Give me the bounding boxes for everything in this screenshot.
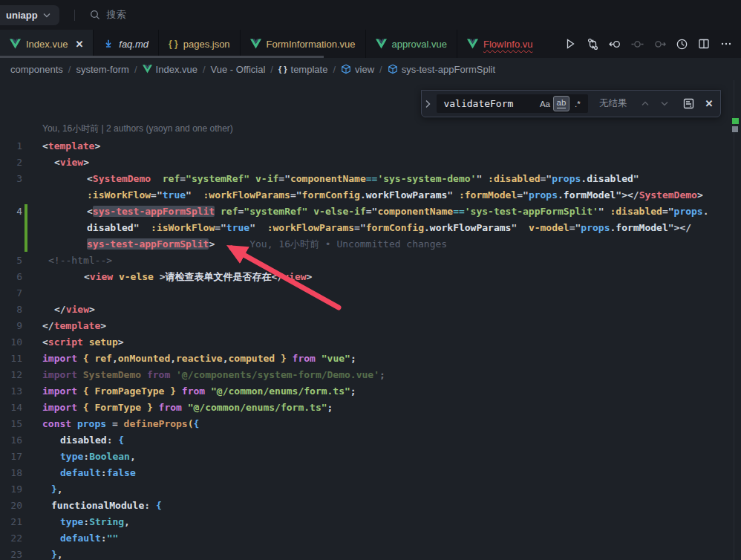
line-number: 22: [0, 530, 22, 547]
find-in-selection-icon[interactable]: [680, 96, 696, 111]
back-circle-icon[interactable]: [606, 35, 624, 53]
find-previous-icon[interactable]: [637, 96, 653, 111]
breadcrumb-components[interactable]: components: [10, 64, 63, 75]
tab-label: pages.json: [183, 39, 230, 50]
gutter[interactable]: 3: [0, 171, 42, 204]
code-line-18[interactable]: 18default:false: [0, 465, 741, 481]
tab-faq-md[interactable]: faq.md: [94, 30, 159, 58]
code-line-17[interactable]: 17type:Boolean,: [0, 449, 741, 465]
tab-flowinfo-vue[interactable]: FlowInfo.vu: [457, 30, 539, 58]
code-token: from: [182, 385, 205, 397]
find-input[interactable]: validateForm Aa ab .*: [437, 94, 588, 113]
line-number: 14: [0, 400, 22, 416]
gutter[interactable]: 23: [0, 547, 42, 560]
code-line-10[interactable]: 10<script setup>: [0, 334, 741, 351]
gutter[interactable]: 8: [0, 302, 42, 318]
code-line-16[interactable]: 16disabled: {: [0, 432, 741, 449]
gutter[interactable]: 21: [0, 514, 42, 530]
code-token: <: [42, 140, 48, 152]
gutter[interactable]: 22: [0, 530, 42, 547]
whole-word-button[interactable]: ab: [553, 96, 569, 111]
code-line-7[interactable]: 7: [0, 285, 741, 302]
code-line-2[interactable]: 2<view>: [0, 154, 741, 171]
braces-icon: { }: [169, 39, 178, 49]
code-line-14[interactable]: 14import { FormType } from "@/common/enu…: [0, 400, 741, 416]
git-compare-icon[interactable]: [584, 35, 601, 53]
circle-arrow-right-icon[interactable]: [650, 35, 668, 53]
code-content[interactable]: You, 16小时前 | 2 authors (yaoyn and one ot…: [0, 80, 741, 560]
code-token: sys-test-appFormSplit: [93, 206, 215, 217]
global-search[interactable]: 搜索: [90, 8, 126, 22]
code-line-8[interactable]: 8</view>: [0, 302, 741, 318]
project-switcher[interactable]: uniapp: [0, 5, 59, 25]
gutter[interactable]: 5: [0, 253, 42, 269]
breadcrumb-index-vue[interactable]: Index.vue: [143, 64, 198, 75]
tab-scrollbar[interactable]: [0, 56, 324, 58]
code-line-11[interactable]: 11import { ref,onMounted,reactive,comput…: [0, 351, 741, 367]
gutter[interactable]: 15: [0, 416, 42, 432]
breadcrumb-system-form[interactable]: system-form: [76, 64, 129, 75]
code-line-19[interactable]: 19},: [0, 481, 741, 498]
gutter[interactable]: 11: [0, 351, 42, 367]
gutter[interactable]: 17: [0, 449, 42, 465]
gutter[interactable]: 6: [0, 269, 42, 285]
breadcrumb-vue-official[interactable]: Vue - Official: [211, 64, 266, 75]
gutter[interactable]: 4: [0, 204, 42, 253]
breadcrumb-sys-test-appformsplit[interactable]: sys-test-appFormSplit: [388, 64, 495, 75]
more-actions-icon[interactable]: [717, 35, 735, 53]
code-token: =: [106, 418, 123, 429]
code-line-20[interactable]: 20functionalModule: {: [0, 498, 741, 514]
gutter[interactable]: 14: [0, 400, 42, 416]
find-next-icon[interactable]: [656, 96, 673, 111]
gutter[interactable]: 7: [0, 285, 42, 302]
close-icon[interactable]: ✕: [75, 39, 83, 50]
tab-approval-vue[interactable]: approval.vue: [366, 30, 457, 58]
project-name: uniapp: [6, 10, 38, 21]
code-token: :: [144, 500, 156, 511]
gutter[interactable]: 10: [0, 334, 42, 351]
circle-dash-icon[interactable]: [628, 35, 646, 53]
breadcrumb-template[interactable]: { } template: [278, 64, 328, 75]
code-token: ,: [57, 484, 63, 495]
tab-forminformation-vue[interactable]: FormInformation.vue: [241, 30, 366, 58]
gutter[interactable]: 19: [0, 481, 42, 498]
code-line-4[interactable]: 4<sys-test-appFormSplit ref="systemRef" …: [0, 204, 741, 253]
code-line-6[interactable]: 6<view v-else >请检查表单文件是否存在</view>: [0, 269, 741, 285]
code-line-13[interactable]: 13import { FromPageType } from "@/common…: [0, 383, 741, 400]
gutter[interactable]: 12: [0, 367, 42, 383]
code-line-15[interactable]: 15const props = defineProps({: [0, 416, 741, 432]
code-line-3[interactable]: 3<SystemDemo ref="systemRef" v-if="compo…: [0, 171, 741, 204]
gutter[interactable]: 2: [0, 154, 42, 171]
timer-icon[interactable]: [673, 35, 691, 53]
run-icon[interactable]: [561, 35, 579, 53]
split-editor-icon[interactable]: [695, 35, 713, 53]
code-line-22[interactable]: 22default:"": [0, 530, 741, 547]
vue-icon: [10, 39, 21, 49]
tab-pages-json[interactable]: { } pages.json: [159, 30, 241, 58]
code-line-12[interactable]: 12import SystemDemo from '@/components/s…: [0, 367, 741, 383]
code-line-5[interactable]: 5<!--html-->: [0, 253, 741, 269]
gutter[interactable]: 20: [0, 498, 42, 514]
code-line-23[interactable]: 23},: [0, 547, 741, 560]
code-line-21[interactable]: 21type:String,: [0, 514, 741, 530]
gutter[interactable]: 13: [0, 383, 42, 400]
code-editor[interactable]: validateForm Aa ab .* 无结果 ✕ You, 16小时前 |…: [0, 80, 741, 560]
regex-button[interactable]: .*: [569, 96, 586, 111]
code-token: }: [51, 549, 57, 560]
code-token: from: [147, 369, 170, 380]
gutter[interactable]: 9: [0, 318, 42, 334]
breadcrumb-view[interactable]: view: [341, 64, 374, 75]
tab-bar: Index.vue ✕ faq.md { } pages.json FormIn…: [0, 30, 741, 58]
codelens-blame[interactable]: You, 16小时前 | 2 authors (yaoyn and one ot…: [42, 122, 741, 138]
code-token: ,: [170, 353, 176, 364]
gutter[interactable]: 18: [0, 465, 42, 481]
gutter[interactable]: 16: [0, 432, 42, 449]
code-line-9[interactable]: 9</template>: [0, 318, 741, 334]
find-close-icon[interactable]: ✕: [701, 96, 717, 111]
match-case-button[interactable]: Aa: [537, 96, 553, 111]
code-line-1[interactable]: 1<template>: [0, 138, 741, 154]
code-token: >: [307, 271, 313, 282]
tab-index-vue[interactable]: Index.vue ✕: [0, 30, 94, 58]
toggle-replace-icon[interactable]: [422, 100, 434, 108]
gutter[interactable]: 1: [0, 138, 42, 154]
